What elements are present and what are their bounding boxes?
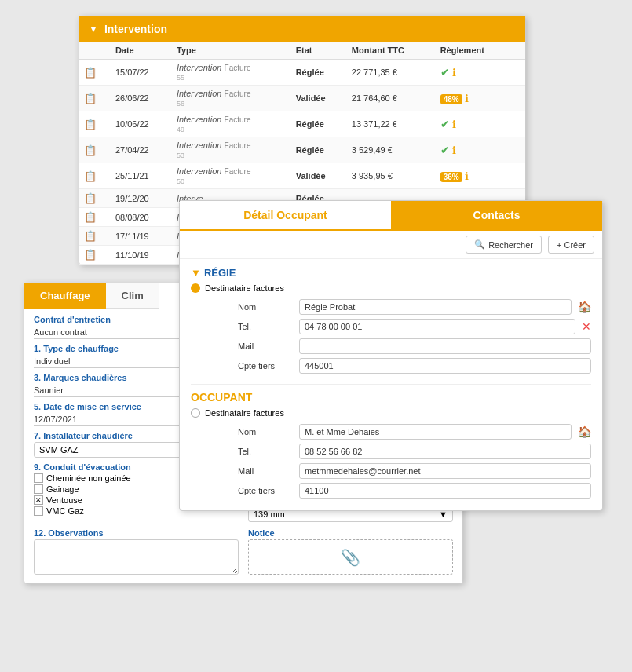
regie-mail-input[interactable] xyxy=(299,338,591,354)
intervention-header[interactable]: ▼ Intervention xyxy=(79,16,525,42)
creer-button[interactable]: + Créer xyxy=(548,236,594,254)
occupant-tel-input[interactable] xyxy=(299,444,591,459)
info-icon[interactable]: ℹ xyxy=(465,170,469,182)
info-icon[interactable]: ℹ xyxy=(452,144,456,156)
regie-cpte-input[interactable] xyxy=(299,358,591,374)
checkbox-label: VMC Gaz xyxy=(46,506,84,516)
occupant-destinataire-row: Destinataire factures xyxy=(191,408,591,418)
row-folder: 📋 xyxy=(79,137,111,163)
row-folder: 📋 xyxy=(79,60,111,86)
checkbox[interactable] xyxy=(34,484,43,494)
regie-radio[interactable] xyxy=(191,283,200,293)
row-type: Intervention Facture 56 xyxy=(172,86,291,111)
row-date: 25/11/21 xyxy=(111,163,172,189)
regie-form: Nom 🏠 Tel. ✕ Mail Cpte tiers xyxy=(191,299,591,378)
row-reglement: 48% ℹ xyxy=(436,86,512,111)
row-folder: 📋 xyxy=(79,111,111,137)
chevron-icon: ▼ xyxy=(89,24,98,35)
row-etat: Réglée xyxy=(291,60,347,86)
regie-mail-row: Mail xyxy=(238,338,591,354)
col-icon xyxy=(79,42,111,60)
folder-icon: 📋 xyxy=(84,67,97,79)
row-date: 11/10/19 xyxy=(111,246,172,265)
row-etat: Validée xyxy=(291,163,347,189)
detail-body: ▼ RÉGIE Destinataire factures Nom 🏠 Tel.… xyxy=(180,259,602,510)
house-icon: 🏠 xyxy=(578,301,591,313)
row-etat: Réglée xyxy=(291,137,347,163)
search-icon: 🔍 xyxy=(474,239,485,250)
row-info xyxy=(512,60,525,86)
intervention-title: Intervention xyxy=(104,23,167,35)
row-date: 27/04/22 xyxy=(111,137,172,163)
regie-nom-input[interactable] xyxy=(299,299,572,315)
occupant-nom-row: Nom 🏠 xyxy=(238,424,591,440)
col-etat: Etat xyxy=(291,42,347,60)
tab-clim[interactable]: Clim xyxy=(106,283,159,309)
table-row: 📋 26/06/22 Intervention Facture 56 Valid… xyxy=(79,86,525,111)
occupant-nom-input[interactable] xyxy=(299,424,572,440)
checkbox[interactable] xyxy=(34,473,43,483)
regie-destinataire-row: Destinataire factures xyxy=(191,283,591,293)
row-folder: 📋 xyxy=(79,208,111,227)
tab-chauffage[interactable]: Chauffage xyxy=(24,283,106,309)
info-icon[interactable]: ℹ xyxy=(452,119,456,130)
close-icon[interactable]: ✕ xyxy=(582,320,591,333)
col-date: Date xyxy=(111,42,172,60)
percent-badge: 48% xyxy=(440,94,462,104)
occupant-mail-input[interactable] xyxy=(299,463,591,479)
occupant-radio[interactable] xyxy=(191,408,200,418)
detail-panel: Détail Occupant Contacts 🔍 Rechercher + … xyxy=(179,200,603,511)
detail-actions: 🔍 Rechercher + Créer xyxy=(180,231,602,259)
occupant-section-title: OCCUPANT xyxy=(191,391,591,404)
row-type: Intervention Facture 50 xyxy=(172,163,291,189)
checkbox[interactable]: ✕ xyxy=(34,495,43,505)
installateur-value: SVM GAZ xyxy=(39,445,79,455)
row-info xyxy=(512,137,525,163)
notice-box[interactable]: 📎 xyxy=(248,539,453,575)
checkbox-label: Ventouse xyxy=(46,495,82,505)
occupant-cpte-row: Cpte tiers xyxy=(238,483,591,499)
row-date: 15/07/22 xyxy=(111,60,172,86)
row-folder: 📋 xyxy=(79,189,111,208)
row-reglement: ✔ ℹ xyxy=(436,111,512,137)
occupant-house-icon: 🏠 xyxy=(578,425,591,438)
regie-nom-row: Nom 🏠 xyxy=(238,299,591,315)
info-icon[interactable]: ℹ xyxy=(452,67,456,79)
row-date: 08/08/20 xyxy=(111,208,172,227)
folder-icon: 📋 xyxy=(84,249,97,261)
row-info xyxy=(512,86,525,111)
table-row: 📋 10/06/22 Intervention Facture 49 Réglé… xyxy=(79,111,525,137)
occupant-mail-row: Mail xyxy=(238,463,591,479)
row-info xyxy=(512,111,525,137)
rechercher-button[interactable]: 🔍 Rechercher xyxy=(466,236,542,254)
row-type: Intervention Facture 55 xyxy=(172,60,291,86)
tab-detail-occupant[interactable]: Détail Occupant xyxy=(180,201,391,231)
row-reglement: 36% ℹ xyxy=(436,163,512,189)
checkbox-label: Cheminée non gainée xyxy=(46,473,131,483)
check-icon: ✔ xyxy=(440,118,450,130)
row-date: 19/12/20 xyxy=(111,189,172,208)
row-folder: 📋 xyxy=(79,163,111,189)
check-icon: ✔ xyxy=(440,144,450,156)
folder-icon: 📋 xyxy=(84,211,97,223)
row-date: 17/11/19 xyxy=(111,227,172,246)
checkbox[interactable] xyxy=(34,506,43,516)
col-type: Type xyxy=(172,42,291,60)
info-icon[interactable]: ℹ xyxy=(465,93,469,104)
table-row: 📋 15/07/22 Intervention Facture 55 Réglé… xyxy=(79,60,525,86)
observations-label: 12. Observations xyxy=(34,528,239,538)
tab-contacts[interactable]: Contacts xyxy=(391,201,602,231)
detail-tabs: Détail Occupant Contacts xyxy=(180,201,602,231)
checkbox-label: Gainage xyxy=(46,484,79,494)
row-folder: 📋 xyxy=(79,86,111,111)
regie-tel-input[interactable] xyxy=(299,319,575,334)
col-reglement: Règlement xyxy=(436,42,512,60)
occupant-tel-row: Tel. xyxy=(238,444,591,459)
occupant-cpte-input[interactable] xyxy=(299,483,591,499)
row-montant: 3 935,95 € xyxy=(347,163,436,189)
regie-tel-row: Tel. ✕ xyxy=(238,319,591,334)
observations-textarea[interactable] xyxy=(34,539,239,575)
folder-icon: 📋 xyxy=(84,230,97,242)
row-date: 26/06/22 xyxy=(111,86,172,111)
folder-icon: 📋 xyxy=(84,119,97,130)
